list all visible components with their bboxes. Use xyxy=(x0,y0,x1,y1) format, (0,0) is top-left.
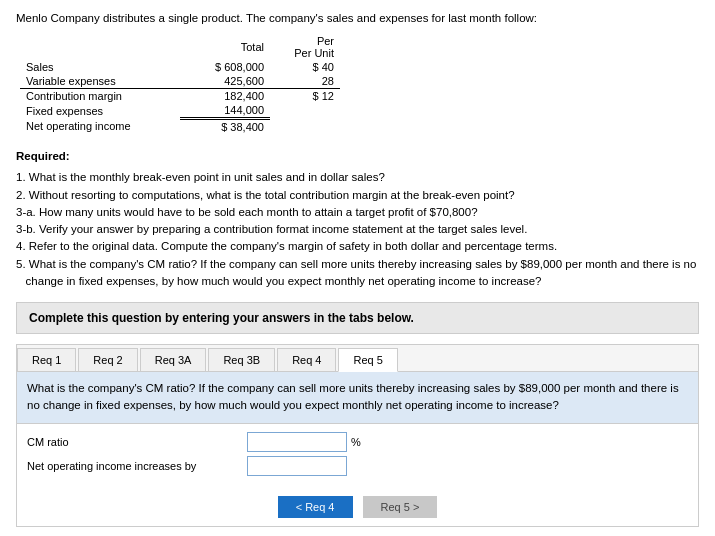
total-header: Total xyxy=(180,34,270,60)
row-cm-label: Contribution margin xyxy=(20,89,180,104)
row-varexp-label: Variable expenses xyxy=(20,74,180,89)
net-income-input[interactable] xyxy=(247,456,347,476)
form-section: CM ratio % Net operating income increase… xyxy=(17,424,698,488)
prev-button[interactable]: < Req 4 xyxy=(278,496,353,518)
per-unit-header: Per Unit xyxy=(294,47,334,59)
req-item-4: 4. Refer to the original data. Compute t… xyxy=(16,238,699,255)
tab-req3b[interactable]: Req 3B xyxy=(208,348,275,371)
tab-req4[interactable]: Req 4 xyxy=(277,348,336,371)
req-item-5: 5. What is the company's CM ratio? If th… xyxy=(16,256,699,291)
row-sales-total: $ 608,000 xyxy=(180,60,270,74)
row-netincome-perunit xyxy=(270,119,340,135)
row-netincome-total: $ 38,400 xyxy=(180,119,270,135)
req-item-3b: 3-b. Verify your answer by preparing a c… xyxy=(16,221,699,238)
complete-box: Complete this question by entering your … xyxy=(16,302,699,334)
cm-ratio-input[interactable] xyxy=(247,432,347,452)
tabs-container: Req 1 Req 2 Req 3A Req 3B Req 4 Req 5 Wh… xyxy=(16,344,699,527)
tab-req1[interactable]: Req 1 xyxy=(17,348,76,371)
net-income-label: Net operating income increases by xyxy=(27,460,247,472)
row-fixedexp-total: 144,000 xyxy=(180,103,270,119)
next-button[interactable]: Req 5 > xyxy=(363,496,438,518)
req-item-1: 1. What is the monthly break-even point … xyxy=(16,169,699,186)
buttons-row: < Req 4 Req 5 > xyxy=(17,488,698,526)
row-sales-perunit: $ 40 xyxy=(270,60,340,74)
row-varexp-perunit: 28 xyxy=(270,74,340,89)
financial-table: Total PerPer Unit Sales $ 608,000 $ 40 V… xyxy=(20,34,340,134)
req-item-3a: 3-a. How many units would have to be sol… xyxy=(16,204,699,221)
tab-req5[interactable]: Req 5 xyxy=(338,348,397,372)
row-sales-label: Sales xyxy=(20,60,180,74)
cm-ratio-label: CM ratio xyxy=(27,436,247,448)
row-cm-perunit: $ 12 xyxy=(270,89,340,104)
row-fixedexp-perunit xyxy=(270,103,340,119)
form-row-netincome: Net operating income increases by xyxy=(27,456,688,476)
tab-req2[interactable]: Req 2 xyxy=(78,348,137,371)
required-title: Required: xyxy=(16,148,699,165)
row-fixedexp-label: Fixed expenses xyxy=(20,103,180,119)
tabs-row: Req 1 Req 2 Req 3A Req 3B Req 4 Req 5 xyxy=(17,345,698,372)
tab-content: What is the company's CM ratio? If the c… xyxy=(17,372,698,424)
form-row-cm: CM ratio % xyxy=(27,432,688,452)
intro-text: Menlo Company distributes a single produ… xyxy=(16,12,699,24)
required-section: Required: 1. What is the monthly break-e… xyxy=(16,148,699,290)
cm-ratio-unit: % xyxy=(351,436,361,448)
req-item-2: 2. Without resorting to computations, wh… xyxy=(16,187,699,204)
row-cm-total: 182,400 xyxy=(180,89,270,104)
row-varexp-total: 425,600 xyxy=(180,74,270,89)
row-netincome-label: Net operating income xyxy=(20,119,180,135)
tab-req3a[interactable]: Req 3A xyxy=(140,348,207,371)
